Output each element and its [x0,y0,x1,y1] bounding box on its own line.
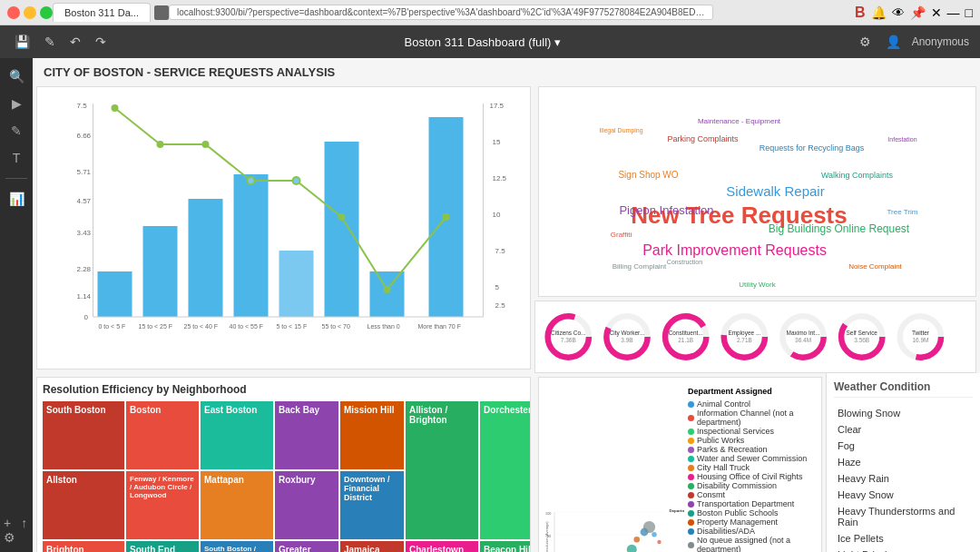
wc-tree-trim[interactable]: Tree Trim [887,208,918,216]
svg-text:40 to < 55 F: 40 to < 55 F [230,323,264,330]
tm-mission-hill[interactable]: Mission Hill [340,401,404,469]
wc-utility[interactable]: Utility Work [739,281,776,289]
filter-item[interactable]: Heavy Rain [834,470,973,487]
tab-title: Boston 311 Da... [64,7,139,18]
filter-item[interactable]: Clear [834,421,973,438]
bar-5[interactable] [279,251,314,317]
browser-bar: Boston 311 Da... localhost:9300/bi/?pers… [0,0,980,25]
tm-downtown[interactable]: Downtown / Financial District [340,471,404,539]
legend-consmt: Consmt [688,490,812,499]
svg-text:6.66: 6.66 [77,132,92,140]
wc-maintenance[interactable]: Maintenance - Equipment [698,117,781,125]
treemap-title: Resolution Efficiency by Neighborhood [43,383,524,396]
svg-text:15: 15 [493,138,501,146]
wc-graffiti[interactable]: Graffiti [611,231,632,239]
play-icon[interactable]: ▶ [8,93,25,114]
tm-fenway[interactable]: Fenway / Kenmore / Audubon Circle / Long… [126,471,199,539]
wc-big-buildings[interactable]: Big Buildings Online Request [769,222,910,235]
chart-icon[interactable]: 📊 [5,188,28,210]
legend-info-channel: Information Channel (not a department) [688,409,812,427]
main-layout: 🔍 ▶ ✎ T 📊 + ↑ ⚙ CITY OF BOSTON - SERVICE… [0,58,980,552]
bar-4[interactable] [234,174,269,317]
ext-icon-6: — [947,5,960,20]
settings-icon[interactable]: ⚙ [856,33,875,51]
sidebar-divider [5,178,27,179]
bar-6[interactable] [325,142,359,317]
url-bar[interactable]: localhost:9300/bi/?perspective=dashboard… [169,5,713,20]
filter-item[interactable]: Ice Pellets [834,530,973,547]
svg-text:17.5: 17.5 [490,102,505,110]
tm-south-end[interactable]: South End [126,541,199,552]
tm-east-boston[interactable]: East Boston [201,401,273,469]
ext-icon-4: 📌 [910,5,926,20]
chevron-icon[interactable]: ▾ [554,35,561,49]
wc-noise[interactable]: Noise Complaint [848,262,902,271]
svg-text:100: 100 [545,512,551,516]
svg-text:55 to < 70: 55 to < 70 [322,323,350,330]
bar-1[interactable] [98,271,132,317]
svg-text:Employee ...: Employee ... [728,330,760,337]
filter-item[interactable]: Fog [834,438,973,454]
legend-bps: Boston Public Schools [688,508,812,518]
text-icon[interactable]: T [9,147,24,169]
tm-boston[interactable]: Boston [126,401,199,469]
filter-item[interactable]: Heavy Snow [834,487,973,503]
wc-illegal[interactable]: Illegal Dumping [599,127,642,134]
tm-charlestown[interactable]: Charlestown [406,541,478,552]
svg-text:Less than 0: Less than 0 [368,323,400,330]
bar-2[interactable] [143,226,178,317]
wc-billing[interactable]: Billing Complaint [612,262,667,271]
bar-3[interactable] [189,199,223,317]
wc-const[interactable]: Construction [667,259,702,265]
bar-chart-svg: 7.5 6.66 5.71 4.57 3.43 2.28 1.14 0 17.5… [44,94,523,330]
wordcloud-panel: New Tree Requests Park Improvement Reque… [538,86,976,297]
maximize-button[interactable] [40,6,53,19]
redo-icon[interactable]: ↷ [92,33,110,51]
minimize-button[interactable] [24,6,36,19]
upload-icon[interactable]: ↑ [17,512,31,534]
filter-item[interactable]: Heavy Thunderstorms and Rain [834,503,973,530]
wc-infestation[interactable]: Infestation [887,136,916,143]
wc-requests[interactable]: Requests for Recycling Bags [760,143,865,153]
pencil-icon[interactable]: ✎ [7,120,25,142]
wc-parking[interactable]: Parking Complaints [667,134,739,143]
tm-beacon-hill[interactable]: Beacon Hill [480,541,531,552]
browser-tab[interactable]: Boston 311 Da... [53,3,151,22]
tm-alliston-brighton[interactable]: Alliston / Brighton [406,401,478,539]
tm-brighton[interactable]: Brighton [43,541,124,552]
svg-text:3.43: 3.43 [77,229,92,237]
tm-dorchester[interactable]: Dorchester [480,401,531,539]
legend-public-works: Public Works [688,436,812,445]
wc-sidewalk[interactable]: Sidewalk Repair [726,183,824,199]
filter-item[interactable]: Blowing Snow [834,405,973,421]
filter-item[interactable]: Light Drizzle [834,547,973,552]
svg-text:10: 10 [493,211,501,219]
tm-jamaica-plain[interactable]: Jamaica Plain [340,541,404,552]
wc-pigeon[interactable]: Pigeon Infestation [619,203,713,217]
undo-icon[interactable]: ↶ [66,33,84,51]
legend-parks: Parks & Recreation [688,445,812,454]
filter-item[interactable]: Haze [834,454,973,470]
svg-text:Constituent...: Constituent... [669,330,703,336]
edit-icon[interactable]: ✎ [41,33,59,51]
wc-sign[interactable]: Sign Shop WO [618,170,678,180]
tm-back-bay[interactable]: Back Bay [275,401,338,469]
svg-text:2.71B: 2.71B [737,337,752,343]
tm-allston[interactable]: Allston [43,471,124,539]
save-icon[interactable]: 💾 [11,33,34,51]
gear-icon[interactable]: ⚙ [0,527,19,548]
close-button[interactable] [7,6,20,19]
bar-7[interactable] [370,271,405,317]
tm-south-boston-wf[interactable]: South Boston / South Boston Waterfront [201,541,273,552]
dot-2 [157,141,164,148]
svg-text:7.5: 7.5 [495,247,506,255]
legend-animal-control: Animal Control [688,399,812,409]
search-icon[interactable]: 🔍 [5,65,28,87]
tm-mattapan[interactable]: Mattapan [201,471,273,539]
wc-walking[interactable]: Walking Complaints [821,171,894,180]
tm-roxbury[interactable]: Roxbury [275,471,338,539]
tm-greater-mattapan[interactable]: Greater Mattapan [275,541,338,552]
tm-south-boston[interactable]: South Boston [43,401,124,469]
wc-park[interactable]: Park Improvement Requests [642,242,827,258]
user-icon[interactable]: 👤 [882,33,905,51]
